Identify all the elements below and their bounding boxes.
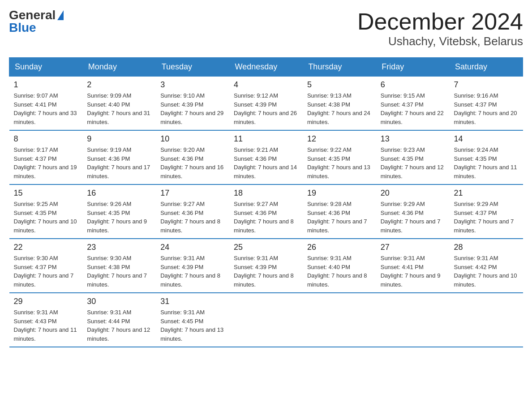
calendar-week-row: 15 Sunrise: 9:25 AMSunset: 4:35 PMDaylig… [9, 184, 523, 239]
day-of-week-header: Monday [82, 58, 156, 77]
calendar-cell: 23 Sunrise: 9:30 AMSunset: 4:38 PMDaylig… [82, 239, 156, 293]
day-of-week-header: Thursday [303, 58, 376, 77]
calendar-cell: 29 Sunrise: 9:31 AMSunset: 4:43 PMDaylig… [9, 293, 83, 347]
calendar-cell: 27 Sunrise: 9:31 AMSunset: 4:41 PMDaylig… [376, 239, 450, 293]
day-number: 5 [307, 80, 372, 90]
day-number: 3 [160, 80, 225, 90]
day-info: Sunrise: 9:15 AMSunset: 4:37 PMDaylight:… [381, 92, 444, 125]
calendar-cell: 18 Sunrise: 9:27 AMSunset: 4:36 PMDaylig… [229, 184, 303, 239]
calendar-cell: 28 Sunrise: 9:31 AMSunset: 4:42 PMDaylig… [450, 239, 523, 293]
day-number: 18 [234, 188, 298, 198]
day-number: 20 [381, 188, 445, 198]
page-header: General Blue December 2024 Ushachy, Vite… [9, 9, 523, 48]
day-of-week-header: Friday [376, 58, 450, 77]
day-number: 21 [454, 188, 519, 198]
calendar-cell: 19 Sunrise: 9:28 AMSunset: 4:36 PMDaylig… [303, 184, 376, 239]
calendar-cell: 2 Sunrise: 9:09 AMSunset: 4:40 PMDayligh… [82, 77, 156, 131]
calendar-week-row: 29 Sunrise: 9:31 AMSunset: 4:43 PMDaylig… [9, 293, 523, 347]
calendar-week-row: 8 Sunrise: 9:17 AMSunset: 4:37 PMDayligh… [9, 130, 523, 184]
calendar-cell: 14 Sunrise: 9:24 AMSunset: 4:35 PMDaylig… [450, 130, 523, 184]
day-of-week-header: Sunday [9, 58, 83, 77]
calendar-week-row: 22 Sunrise: 9:30 AMSunset: 4:37 PMDaylig… [9, 239, 523, 293]
day-info: Sunrise: 9:25 AMSunset: 4:35 PMDaylight:… [14, 201, 77, 234]
day-info: Sunrise: 9:31 AMSunset: 4:40 PMDaylight:… [307, 255, 367, 288]
day-info: Sunrise: 9:19 AMSunset: 4:36 PMDaylight:… [87, 146, 150, 180]
day-info: Sunrise: 9:24 AMSunset: 4:35 PMDaylight:… [454, 146, 517, 180]
day-info: Sunrise: 9:27 AMSunset: 4:36 PMDaylight:… [234, 201, 294, 234]
calendar-cell: 8 Sunrise: 9:17 AMSunset: 4:37 PMDayligh… [9, 130, 83, 184]
calendar-week-row: 1 Sunrise: 9:07 AMSunset: 4:41 PMDayligh… [9, 77, 523, 131]
day-number: 7 [454, 80, 519, 90]
day-number: 25 [234, 243, 298, 252]
day-of-week-header: Tuesday [156, 58, 229, 77]
day-number: 6 [381, 80, 445, 90]
calendar-subtitle: Ushachy, Vitebsk, Belarus [357, 34, 523, 48]
day-number: 23 [87, 243, 151, 252]
calendar-cell: 12 Sunrise: 9:22 AMSunset: 4:35 PMDaylig… [303, 130, 376, 184]
day-number: 30 [87, 297, 151, 306]
day-number: 26 [307, 243, 372, 252]
calendar-cell: 5 Sunrise: 9:13 AMSunset: 4:38 PMDayligh… [303, 77, 376, 131]
day-number: 10 [160, 134, 225, 144]
day-number: 28 [454, 243, 519, 252]
calendar-cell: 16 Sunrise: 9:26 AMSunset: 4:35 PMDaylig… [82, 184, 156, 239]
calendar-header-row: SundayMondayTuesdayWednesdayThursdayFrid… [9, 58, 523, 77]
calendar-cell: 21 Sunrise: 9:29 AMSunset: 4:37 PMDaylig… [450, 184, 523, 239]
calendar-cell [303, 293, 376, 347]
calendar-cell: 31 Sunrise: 9:31 AMSunset: 4:45 PMDaylig… [156, 293, 229, 347]
day-number: 2 [87, 80, 151, 90]
logo: General Blue [9, 9, 64, 34]
day-number: 11 [234, 134, 298, 144]
calendar-cell: 30 Sunrise: 9:31 AMSunset: 4:44 PMDaylig… [82, 293, 156, 347]
day-number: 17 [160, 188, 225, 198]
logo-general-text: General [9, 9, 56, 21]
day-number: 13 [381, 134, 445, 144]
day-number: 19 [307, 188, 372, 198]
day-info: Sunrise: 9:09 AMSunset: 4:40 PMDaylight:… [87, 92, 150, 125]
day-info: Sunrise: 9:29 AMSunset: 4:36 PMDaylight:… [381, 201, 441, 234]
day-info: Sunrise: 9:28 AMSunset: 4:36 PMDaylight:… [307, 201, 367, 234]
calendar-cell: 17 Sunrise: 9:27 AMSunset: 4:36 PMDaylig… [156, 184, 229, 239]
calendar-cell: 20 Sunrise: 9:29 AMSunset: 4:36 PMDaylig… [376, 184, 450, 239]
day-info: Sunrise: 9:26 AMSunset: 4:35 PMDaylight:… [87, 201, 147, 234]
day-of-week-header: Wednesday [229, 58, 303, 77]
day-info: Sunrise: 9:29 AMSunset: 4:37 PMDaylight:… [454, 201, 514, 234]
day-number: 27 [381, 243, 445, 252]
day-info: Sunrise: 9:20 AMSunset: 4:36 PMDaylight:… [160, 146, 223, 180]
calendar-cell [229, 293, 303, 347]
day-number: 9 [87, 134, 151, 144]
day-info: Sunrise: 9:30 AMSunset: 4:37 PMDaylight:… [14, 255, 74, 288]
day-info: Sunrise: 9:31 AMSunset: 4:39 PMDaylight:… [234, 255, 294, 288]
day-of-week-header: Saturday [450, 58, 523, 77]
calendar-cell [450, 293, 523, 347]
day-info: Sunrise: 9:31 AMSunset: 4:39 PMDaylight:… [160, 255, 220, 288]
day-info: Sunrise: 9:31 AMSunset: 4:41 PMDaylight:… [381, 255, 441, 288]
calendar-cell: 6 Sunrise: 9:15 AMSunset: 4:37 PMDayligh… [376, 77, 450, 131]
calendar-title: December 2024 [357, 9, 523, 34]
day-info: Sunrise: 9:27 AMSunset: 4:36 PMDaylight:… [160, 201, 220, 234]
calendar-cell: 3 Sunrise: 9:10 AMSunset: 4:39 PMDayligh… [156, 77, 229, 131]
day-info: Sunrise: 9:30 AMSunset: 4:38 PMDaylight:… [87, 255, 147, 288]
calendar-cell: 24 Sunrise: 9:31 AMSunset: 4:39 PMDaylig… [156, 239, 229, 293]
day-info: Sunrise: 9:12 AMSunset: 4:39 PMDaylight:… [234, 92, 297, 125]
logo-blue-text: Blue [9, 21, 36, 34]
calendar-cell: 25 Sunrise: 9:31 AMSunset: 4:39 PMDaylig… [229, 239, 303, 293]
day-info: Sunrise: 9:13 AMSunset: 4:38 PMDaylight:… [307, 92, 370, 125]
day-info: Sunrise: 9:31 AMSunset: 4:44 PMDaylight:… [87, 309, 150, 342]
calendar-cell: 7 Sunrise: 9:16 AMSunset: 4:37 PMDayligh… [450, 77, 523, 131]
calendar-table: SundayMondayTuesdayWednesdayThursdayFrid… [9, 57, 523, 347]
day-number: 1 [14, 80, 78, 90]
day-info: Sunrise: 9:31 AMSunset: 4:43 PMDaylight:… [14, 309, 77, 342]
day-number: 12 [307, 134, 372, 144]
day-number: 29 [14, 297, 78, 306]
day-number: 31 [160, 297, 225, 306]
calendar-cell: 26 Sunrise: 9:31 AMSunset: 4:40 PMDaylig… [303, 239, 376, 293]
day-number: 16 [87, 188, 151, 198]
day-number: 24 [160, 243, 225, 252]
calendar-cell: 11 Sunrise: 9:21 AMSunset: 4:36 PMDaylig… [229, 130, 303, 184]
day-info: Sunrise: 9:07 AMSunset: 4:41 PMDaylight:… [14, 92, 77, 125]
calendar-cell: 4 Sunrise: 9:12 AMSunset: 4:39 PMDayligh… [229, 77, 303, 131]
logo-triangle-icon [57, 10, 64, 20]
calendar-cell: 9 Sunrise: 9:19 AMSunset: 4:36 PMDayligh… [82, 130, 156, 184]
calendar-cell: 1 Sunrise: 9:07 AMSunset: 4:41 PMDayligh… [9, 77, 83, 131]
